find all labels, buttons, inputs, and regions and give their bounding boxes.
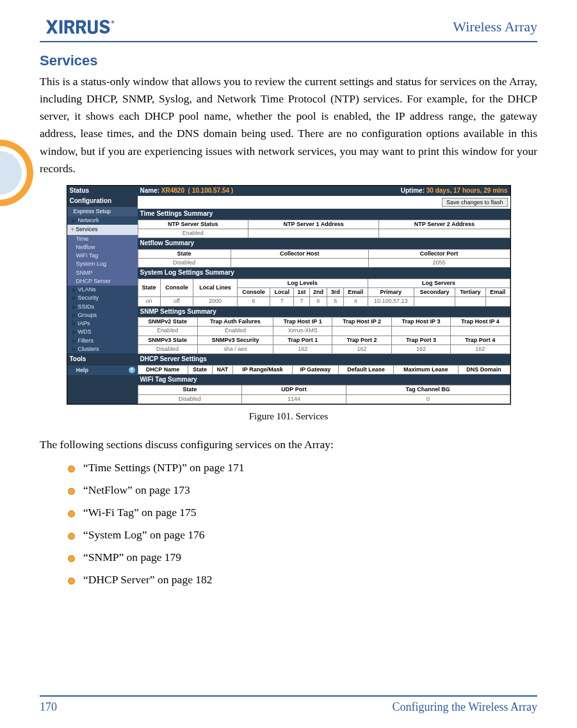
thumb-tab-icon	[0, 134, 36, 211]
nav-clusters[interactable]: ▶Clusters	[67, 345, 138, 353]
nav-vlans[interactable]: ▶VLANs	[67, 286, 138, 294]
nav-sub-netflow[interactable]: Netflow	[67, 243, 138, 252]
nav-iaps[interactable]: ▶IAPs	[67, 320, 138, 328]
help-icon: ?	[129, 367, 135, 373]
list-item[interactable]: “DHCP Server” on page 182	[68, 573, 537, 586]
nav-sub-dhcp[interactable]: DHCP Server	[67, 277, 138, 286]
nav-status[interactable]: Status	[67, 186, 138, 197]
time-settings-bar: Time Settings Summary	[138, 209, 510, 220]
nav-filters[interactable]: ▶Filters	[67, 337, 138, 345]
page-number: 170	[40, 700, 57, 714]
snmp-table: SNMPv2 StateTrap Auth FailuresTrap Host …	[138, 317, 510, 354]
nav-sidebar: Status Configuration Express Setup ▶Netw…	[67, 186, 138, 404]
nav-config[interactable]: Configuration	[67, 196, 138, 207]
wifitag-bar: WiFi Tag Summary	[138, 375, 510, 385]
status-bar: Name: XR4820 ( 10.100.57.54 ) Uptime: 30…	[138, 186, 510, 197]
section-list: “Time Settings (NTP)” on page 171 “NetFl…	[68, 461, 537, 586]
after-figure-text: The following sections discuss configuri…	[40, 436, 537, 453]
services-screenshot: Status Configuration Express Setup ▶Netw…	[67, 185, 511, 405]
time-settings-table: NTP Server StatusNTP Server 1 AddressNTP…	[138, 220, 510, 239]
list-item[interactable]: “Time Settings (NTP)” on page 171	[68, 461, 537, 474]
svg-rect-1	[60, 20, 63, 34]
nav-sub-syslog[interactable]: System Log	[67, 260, 138, 268]
syslog-bar: System Log Settings Summary	[138, 268, 510, 279]
list-item[interactable]: “SNMP” on page 179	[68, 551, 537, 564]
list-item[interactable]: “System Log” on page 176	[68, 528, 537, 542]
intro-paragraph: This is a status-only window that allows…	[40, 73, 537, 177]
save-changes-button[interactable]: Save changes to flash	[442, 198, 508, 207]
nav-help[interactable]: Help?	[67, 366, 138, 375]
header-title: Wireless Array	[453, 19, 537, 35]
nav-network[interactable]: ▶Network	[67, 216, 138, 225]
footer-label: Configuring the Wireless Array	[393, 700, 537, 714]
list-item[interactable]: “Wi-Fi Tag” on page 175	[68, 506, 537, 519]
snmp-bar: SNMP Settings Summary	[138, 307, 510, 318]
list-item[interactable]: “NetFlow” on page 173	[68, 483, 537, 497]
nav-sub-time[interactable]: Time	[67, 235, 138, 243]
nav-security[interactable]: ▶Security	[67, 294, 138, 302]
nav-groups[interactable]: ▶Groups	[67, 311, 138, 320]
syslog-table: StateConsoleLocal Lines Log LevelsLog Se…	[138, 279, 510, 307]
netflow-bar: Netflow Summary	[138, 238, 510, 249]
figure-caption: Figure 101. Services	[40, 411, 537, 422]
nav-sub-snmp[interactable]: SNMP	[67, 269, 138, 277]
dhcp-bar: DHCP Server Settings	[138, 354, 510, 365]
dhcp-table: DHCP NameStateNATIP Range/MaskIP Gateway…	[138, 365, 510, 375]
nav-express-setup[interactable]: Express Setup	[67, 207, 138, 216]
nav-sub-wifitag[interactable]: WiFi Tag	[67, 252, 138, 260]
section-heading: Services	[40, 53, 537, 69]
nav-tools[interactable]: Tools	[67, 353, 138, 366]
brand-logo: R	[40, 19, 136, 35]
nav-wds[interactable]: ▶WDS	[67, 328, 138, 336]
svg-marker-0	[46, 20, 58, 34]
nav-ssids[interactable]: ▶SSIDs	[67, 303, 138, 311]
netflow-table: StateCollector HostCollector Port Disabl…	[138, 249, 510, 268]
wifitag-table: StateUDP PortTag Channel BG Disabled1144…	[138, 385, 510, 404]
nav-services[interactable]: ▾ Services	[67, 225, 138, 234]
